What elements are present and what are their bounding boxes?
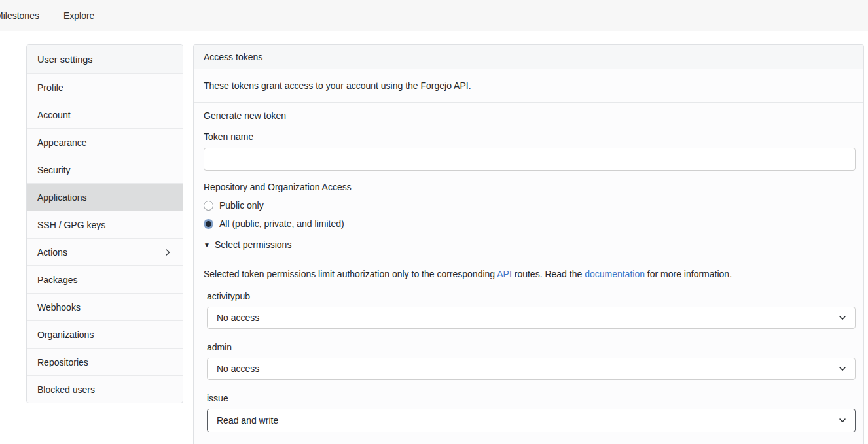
radio-all-access[interactable]: All (public, private, and limited) [204,218,854,229]
radio-checked-icon [204,219,213,229]
select-value: No access [217,364,259,374]
sidebar-item-label: Applications [37,192,87,203]
admin-label: admin [207,342,854,352]
sidebar-item-label: Webhooks [37,302,81,313]
sidebar-item-profile[interactable]: Profile [27,73,183,101]
sidebar-item-label: SSH / GPG keys [37,220,105,230]
chevron-down-icon [838,364,847,373]
generate-token-title: Generate new token [204,111,854,121]
radio-public-only[interactable]: Public only [204,200,854,211]
chevron-down-icon [838,416,847,425]
sidebar-item-label: Blocked users [37,384,95,395]
sidebar-item-label: Appearance [37,137,87,148]
sidebar-title: User settings [27,45,183,73]
access-tokens-panel: Access tokens These tokens grant access … [193,44,864,444]
top-navbar: Milestones Explore [0,0,868,31]
sidebar-item-applications[interactable]: Applications [27,183,183,211]
sidebar-item-blocked-users[interactable]: Blocked users [27,375,183,403]
permission-group-activitypub: activitypub No access [207,291,854,329]
sidebar-item-security[interactable]: Security [27,156,183,183]
issue-label: issue [207,393,854,403]
user-settings-sidebar: User settings Profile Account Appearance… [26,44,183,403]
chevron-down-icon [838,313,847,322]
permission-group-issue: issue Read and write [207,393,854,432]
sidebar-item-organizations[interactable]: Organizations [27,320,183,348]
documentation-link[interactable]: documentation [585,269,645,279]
select-value: Read and write [217,415,278,426]
sidebar-item-label: Account [37,110,71,120]
note-text: routes. Read the [512,269,585,279]
panel-title: Access tokens [194,45,863,69]
panel-description: These tokens grant access to your accoun… [194,69,863,103]
note-text: Selected token permissions limit authori… [204,269,497,279]
select-permissions-label: Select permissions [215,239,292,250]
generate-token-form: Generate new token Token name Repository… [194,103,863,444]
nav-item-explore[interactable]: Explore [62,10,96,21]
nav-item-milestones[interactable]: Milestones [0,10,41,21]
sidebar-item-actions[interactable]: Actions [27,238,183,265]
api-link[interactable]: API [497,269,512,279]
radio-label: Public only [219,200,264,211]
sidebar-item-label: Security [37,165,71,175]
sidebar-item-label: Packages [37,275,77,285]
token-name-label: Token name [204,131,854,142]
sidebar-item-account[interactable]: Account [27,101,183,128]
radio-unchecked-icon [204,201,213,211]
sidebar-item-ssh-gpg-keys[interactable]: SSH / GPG keys [27,211,183,238]
sidebar-item-label: Organizations [37,330,94,340]
note-text: for more information. [645,269,732,279]
admin-select[interactable]: No access [207,358,856,380]
permission-group-admin: admin No access [207,342,854,380]
caret-down-icon: ▼ [204,241,210,248]
activitypub-select[interactable]: No access [207,307,856,329]
permissions-note: Selected token permissions limit authori… [204,269,854,279]
activitypub-label: activitypub [207,291,854,301]
sidebar-item-label: Repositories [37,357,88,367]
sidebar-item-repositories[interactable]: Repositories [27,348,183,375]
scope-access-label: Repository and Organization Access [204,182,854,192]
sidebar-item-webhooks[interactable]: Webhooks [27,293,183,320]
chevron-right-icon [163,248,172,257]
sidebar-item-label: Profile [37,82,63,93]
issue-select[interactable]: Read and write [207,409,856,432]
select-value: No access [217,313,259,323]
sidebar-item-packages[interactable]: Packages [27,265,183,293]
sidebar-item-appearance[interactable]: Appearance [27,128,183,156]
radio-label: All (public, private, and limited) [219,218,344,229]
sidebar-item-label: Actions [37,247,67,258]
token-name-input[interactable] [204,148,856,171]
select-permissions-toggle[interactable]: ▼ Select permissions [204,239,854,250]
